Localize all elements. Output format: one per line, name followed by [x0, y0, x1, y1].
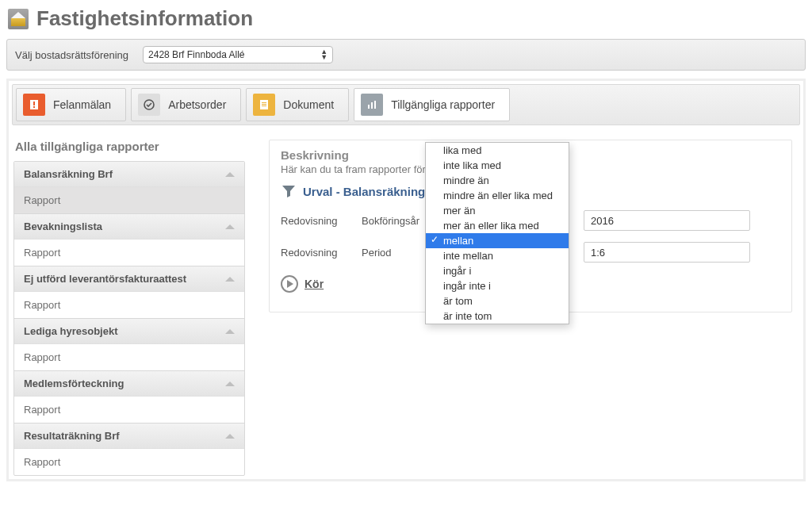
- param-category: Redovisning: [281, 247, 346, 259]
- app-logo: [8, 9, 29, 29]
- association-selector-label: Välj bostadsrättsförening: [15, 49, 128, 61]
- acc-title: Resultaträkning Brf: [24, 430, 120, 442]
- tab-felanmalan[interactable]: Felanmälan: [16, 88, 126, 121]
- tab-label: Felanmälan: [53, 98, 111, 111]
- acc-header-lediga[interactable]: Lediga hyresobjekt: [14, 318, 244, 343]
- acc-header-resultat[interactable]: Resultaträkning Brf: [14, 423, 244, 448]
- svg-rect-1: [33, 102, 35, 105]
- dropdown-option[interactable]: ingår i: [426, 263, 569, 278]
- play-icon: [281, 275, 298, 293]
- bar-chart-icon: [361, 94, 383, 116]
- comparison-operator-dropdown[interactable]: lika medinte lika medmindre änmindre än …: [425, 142, 569, 324]
- tab-label: Arbetsorder: [168, 98, 226, 111]
- document-lines-icon: [253, 94, 275, 116]
- dropdown-option[interactable]: mellan: [426, 233, 569, 248]
- run-button[interactable]: Kör: [304, 278, 324, 290]
- acc-item[interactable]: Rapport: [14, 186, 244, 213]
- clock-check-icon: [138, 94, 160, 116]
- chevron-up-icon: [225, 329, 235, 334]
- param-field: Period: [362, 247, 433, 259]
- main-panel: Felanmälan Arbetsorder Dokument Tillgäng…: [6, 79, 806, 481]
- tab-bar: Felanmälan Arbetsorder Dokument Tillgäng…: [12, 84, 800, 125]
- tab-dokument[interactable]: Dokument: [246, 88, 349, 121]
- chevron-up-icon: [225, 172, 235, 177]
- tab-label: Dokument: [283, 98, 334, 111]
- sidebar-title: Alla tillgängliga rapporter: [13, 140, 245, 161]
- alert-icon: [23, 94, 45, 116]
- dropdown-option[interactable]: mindre än eller lika med: [426, 188, 569, 203]
- dropdown-option[interactable]: är tom: [426, 293, 569, 309]
- svg-rect-6: [262, 104, 266, 105]
- tab-rapporter[interactable]: Tillgängliga rapporter: [354, 88, 510, 121]
- association-select[interactable]: 2428 Brf Finnboda Allé ▲▼: [143, 46, 333, 63]
- dropdown-option[interactable]: mindre än: [426, 173, 569, 188]
- acc-title: Ej utförd leverantörsfakturaattest: [24, 273, 186, 285]
- chevron-up-icon: [225, 224, 235, 229]
- param-value-input[interactable]: [584, 242, 750, 263]
- acc-title: Balansräkning Brf: [24, 168, 113, 180]
- acc-item[interactable]: Rapport: [14, 396, 244, 423]
- select-arrows-icon: ▲▼: [320, 49, 327, 60]
- acc-item[interactable]: Rapport: [14, 239, 244, 266]
- acc-header-medlem[interactable]: Medlemsförteckning: [14, 370, 244, 396]
- acc-item[interactable]: Rapport: [14, 343, 244, 370]
- dropdown-option[interactable]: lika med: [426, 143, 569, 158]
- acc-title: Lediga hyresobjekt: [24, 325, 117, 337]
- svg-rect-5: [262, 102, 266, 103]
- dropdown-option[interactable]: inte mellan: [426, 248, 569, 263]
- acc-header-balansrakning[interactable]: Balansräkning Brf: [14, 162, 244, 186]
- dropdown-option[interactable]: mer än eller lika med: [426, 218, 569, 233]
- svg-rect-7: [262, 105, 266, 106]
- dropdown-option[interactable]: ingår inte i: [426, 278, 569, 293]
- svg-rect-9: [371, 102, 373, 109]
- dropdown-option[interactable]: är inte tom: [426, 309, 569, 324]
- param-value-input[interactable]: [584, 210, 750, 231]
- param-field: Bokföringsår: [362, 215, 433, 227]
- filter-title: Urval - Balansräkning B: [303, 185, 437, 198]
- funnel-icon: [281, 183, 297, 199]
- page-title: Fastighetsinformation: [36, 6, 253, 31]
- acc-header-bevakningslista[interactable]: Bevakningslista: [14, 213, 244, 239]
- report-detail-panel: Beskrivning Här kan du ta fram rapporter…: [269, 140, 792, 312]
- acc-title: Bevakningslista: [24, 220, 102, 232]
- association-selector-bar: Välj bostadsrättsförening 2428 Brf Finnb…: [6, 39, 806, 71]
- svg-rect-10: [374, 101, 376, 109]
- acc-item[interactable]: Rapport: [14, 448, 244, 475]
- association-select-value: 2428 Brf Finnboda Allé: [148, 49, 244, 60]
- chevron-up-icon: [225, 381, 235, 386]
- chevron-up-icon: [225, 434, 235, 439]
- chevron-up-icon: [225, 277, 235, 282]
- svg-rect-8: [368, 105, 370, 109]
- dropdown-option[interactable]: mer än: [426, 203, 569, 218]
- dropdown-option[interactable]: inte lika med: [426, 158, 569, 173]
- tab-arbetsorder[interactable]: Arbetsorder: [131, 88, 241, 121]
- acc-title: Medlemsförteckning: [24, 378, 124, 389]
- tab-label: Tillgängliga rapporter: [391, 98, 495, 111]
- acc-item[interactable]: Rapport: [14, 291, 244, 318]
- svg-rect-2: [33, 106, 35, 108]
- acc-header-ej-utford[interactable]: Ej utförd leverantörsfakturaattest: [14, 266, 244, 291]
- report-accordion: Balansräkning Brf Rapport Bevakningslist…: [13, 161, 245, 476]
- param-category: Redovisning: [281, 215, 346, 227]
